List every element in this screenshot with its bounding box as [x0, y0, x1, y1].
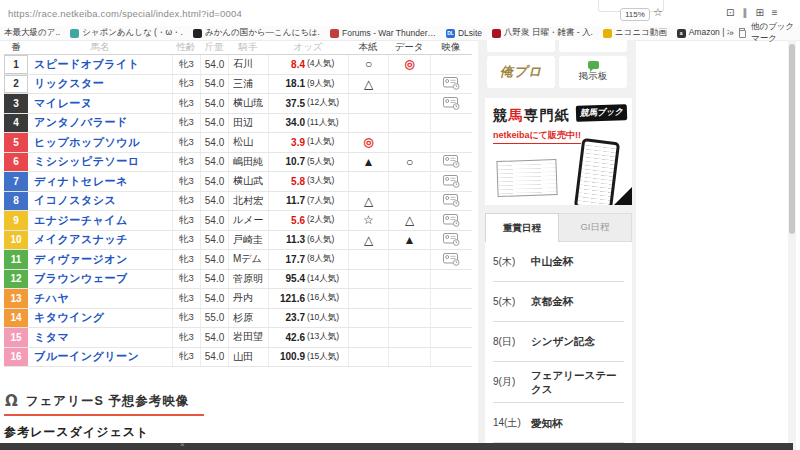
data-mark	[388, 75, 430, 94]
jockey-name: 横山琉	[228, 94, 268, 113]
video-section-heading: Ω フェアリーS 予想参考映像	[5, 392, 189, 410]
horse-name-link[interactable]: エナジーチャイム	[28, 211, 172, 230]
folder-icon	[739, 30, 746, 38]
video-icon[interactable]	[430, 153, 472, 172]
column-header: 番	[4, 40, 28, 54]
carried-weight: 54.0	[200, 94, 228, 113]
sidebar-button-partial[interactable]	[559, 40, 627, 52]
schedule-item[interactable]: 9(月)フェアリーステークス	[485, 362, 632, 402]
video-cell	[430, 114, 472, 133]
odds-value: 8.4	[269, 59, 305, 70]
horse-name-link[interactable]: ブルーイングリーン	[28, 348, 172, 367]
video-icon[interactable]	[430, 172, 472, 191]
data-mark	[388, 289, 430, 308]
video-cell	[430, 348, 472, 367]
bookmark-item[interactable]: シャポンあんしな (・ω・.	[70, 27, 183, 39]
horse-name-link[interactable]: ブラウンウェーブ	[28, 270, 172, 289]
column-header: データ	[388, 40, 430, 54]
menu-icon[interactable]: ≡	[772, 7, 778, 18]
horse-name-link[interactable]: ミシシッピテソーロ	[28, 153, 172, 172]
jockey-name: 岩田望	[228, 328, 268, 347]
site-icon	[193, 29, 202, 38]
horse-name-link[interactable]: チハヤ	[28, 289, 172, 308]
horse-name-link[interactable]: イコノスタシス	[28, 192, 172, 211]
horse-number: 10	[4, 231, 28, 250]
horse-name-link[interactable]: リックスター	[28, 75, 172, 94]
keibabook-ad-banner[interactable]: 競馬専門紙 競馬ブック netkeibaにて販売中!!	[485, 98, 632, 205]
browser-toolbar: ⊡ ∥ ⊞ ≡	[726, 7, 778, 18]
video-icon[interactable]	[430, 211, 472, 230]
horse-number: 15	[4, 328, 28, 347]
library-icon[interactable]: ⊞	[755, 7, 763, 18]
honshi-mark: △	[348, 231, 388, 250]
video-icon[interactable]	[430, 94, 472, 113]
carried-weight: 55.0	[200, 309, 228, 328]
bookmark-item[interactable]: 八野衆 日曜・雑書 - 入.	[492, 27, 593, 39]
table-row: 10メイクアスナッチ牝354.0戸崎圭11.3(6人気)△▲	[4, 231, 472, 251]
bookmark-label: 本最大級のア..	[4, 27, 60, 39]
schedule-date: 8(日)	[493, 335, 523, 349]
horse-name-link[interactable]: ミタマ	[28, 328, 172, 347]
video-icon[interactable]	[430, 250, 472, 269]
chevron-right-icon[interactable]: »	[729, 28, 734, 38]
carried-weight: 54.0	[200, 114, 228, 133]
horse-name-link[interactable]: メイクアスナッチ	[28, 231, 172, 250]
sidebar-button-partial[interactable]	[487, 40, 555, 52]
bookmark-item[interactable]: aAmazon | 本, ファッション.	[677, 27, 729, 39]
schedule-item[interactable]: 8(日)シンザン記念	[485, 322, 632, 361]
schedule-race-link[interactable]: 中山金杯	[531, 254, 573, 268]
bookmark-item[interactable]: Forums - War Thunder…	[330, 27, 436, 39]
video-icon[interactable]	[430, 231, 472, 250]
schedule-race-link[interactable]: 愛知杯	[531, 416, 563, 430]
odds-value: 18.1	[269, 78, 305, 89]
bookmark-star-icon[interactable]: ☆	[653, 6, 663, 19]
video-player-edge[interactable]: ×	[0, 443, 793, 450]
odds-value: 11.3	[269, 234, 305, 245]
horse-name-link[interactable]: ディヴァージオン	[28, 250, 172, 269]
sex-age: 牝3	[172, 231, 200, 250]
honshi-mark	[348, 348, 388, 367]
schedule-race-link[interactable]: シンザン記念	[531, 334, 595, 348]
horse-number: 5	[4, 133, 28, 152]
horse-name-link[interactable]: ヒップホップソウル	[28, 133, 172, 152]
schedule-item[interactable]: 5(木)京都金杯	[485, 282, 632, 321]
schedule-date: 9(月)	[493, 375, 523, 389]
sex-age: 牝3	[172, 75, 200, 94]
honshi-mark: ☆	[348, 211, 388, 230]
bookmark-label: ニコニコ動画	[615, 27, 667, 39]
address-bar[interactable]: https://race.netkeiba.com/special/index.…	[8, 8, 242, 19]
horse-name-link[interactable]: マイレーヌ	[28, 94, 172, 113]
reader-list-icon[interactable]: ∥	[742, 7, 747, 18]
chat-bubble-icon	[588, 61, 599, 69]
schedule-race-link[interactable]: 京都金杯	[531, 294, 573, 308]
bookmark-item[interactable]: みかんの国から—こんにちは.	[193, 27, 320, 39]
video-cell	[430, 55, 472, 74]
ad-subtitle: netkeibaにて販売中!!	[493, 129, 581, 144]
scrollbar-thumb[interactable]	[789, 44, 795, 234]
zoom-level-badge[interactable]: 115%	[620, 8, 650, 21]
video-icon[interactable]	[430, 75, 472, 94]
board-button[interactable]: 掲示板	[559, 56, 627, 88]
horse-name-link[interactable]: キタウイング	[28, 309, 172, 328]
sex-age: 牝3	[172, 55, 200, 74]
horse-name-link[interactable]: スピードオブライト	[28, 55, 172, 74]
horse-name-link[interactable]: ディナトセレーネ	[28, 172, 172, 191]
odds-cell: 121.6(16人気)	[268, 289, 348, 308]
odds-cell: 8.4(4人気)	[268, 55, 348, 74]
bookmark-item[interactable]: 本最大級のア..	[4, 27, 60, 39]
schedule-item[interactable]: 5(木)中山金杯	[485, 242, 632, 281]
data-mark: ◎	[388, 55, 430, 74]
oripro-button[interactable]: 俺プロ	[487, 56, 555, 88]
horseshoe-icon: Ω	[5, 392, 18, 410]
horse-name-link[interactable]: アンタノバラード	[28, 114, 172, 133]
tab-g1-schedule[interactable]: GI日程	[559, 213, 632, 242]
video-icon[interactable]	[430, 192, 472, 211]
schedule-race-link[interactable]: フェアリーステークス	[531, 368, 624, 396]
bookmark-item[interactable]: DLDLsite	[446, 27, 482, 39]
popularity: (13人気)	[307, 331, 339, 343]
save-page-icon[interactable]: ⊡	[726, 7, 734, 18]
tab-graded-schedule[interactable]: 重賞日程	[485, 213, 559, 242]
bookmark-item[interactable]: ニコニコ動画	[603, 27, 667, 39]
schedule-item[interactable]: 14(土)愛知杯	[485, 403, 632, 442]
browser-window: https://race.netkeiba.com/special/index.…	[0, 0, 800, 450]
